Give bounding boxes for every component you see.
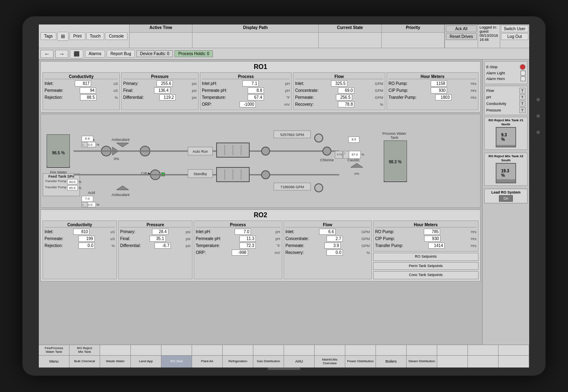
svg-marker-27 <box>116 143 129 147</box>
svg-text:%: % <box>78 180 81 184</box>
tab-fire-water[interactable]: Fire/ProcessWater Tank <box>39 345 69 355</box>
ro1-recovery-unit: % <box>380 102 383 107</box>
tab-empty-4 <box>192 345 223 355</box>
top-bar-left: Tags ⊞ Print Touch Console <box>39 24 129 48</box>
ro1-concentrate-unit: GPM <box>375 89 383 93</box>
svg-text:7186096  GPM: 7186096 GPM <box>280 185 304 189</box>
tab-land-app[interactable]: Land App <box>131 356 161 368</box>
switch-user-button[interactable]: Switch User <box>501 25 528 32</box>
ro1-orp-value: -1000 <box>239 101 256 107</box>
back-button[interactable]: ← <box>40 50 54 58</box>
svg-text:96.5 %: 96.5 % <box>52 151 65 155</box>
alarms-button[interactable]: Alarms <box>85 50 105 58</box>
tab-empty-10 <box>376 345 407 355</box>
ro1-permeate-ph-row: Permeate pH: 8.8 pH <box>202 87 290 94</box>
tab-maint-utils[interactable]: Maint/Utils Overview <box>315 356 345 368</box>
tab2-empty-1 <box>437 356 468 368</box>
console-button[interactable]: Console <box>105 32 127 40</box>
print-button[interactable]: Print <box>69 32 85 40</box>
camera-icon[interactable]: ⬛ <box>70 49 83 58</box>
calculator-icon[interactable]: ⊞ <box>57 32 69 41</box>
ro1-inlet-ph-value: 7.1 <box>242 80 259 87</box>
ro1-cip-pump-label: CIP Pump: <box>389 88 408 93</box>
svg-point-51 <box>262 171 270 179</box>
tab-gas-distribution[interactable]: Gas Distribution <box>253 356 284 368</box>
process-diagram: 96.5 % Fire Water Tank Feed Tank SPs Tra… <box>40 114 481 208</box>
user-label: guest <box>480 29 498 33</box>
svg-text:Auto Run: Auto Run <box>192 149 208 154</box>
tab2-empty-3 <box>499 356 529 368</box>
home-button[interactable] <box>268 368 300 370</box>
ro2-recovery-row: Recovery: 0.0 % <box>286 249 370 256</box>
perm-tank-setpoints-button[interactable]: Perm Tank Setpoints <box>373 262 479 270</box>
ro1-flow-permeate-value: 256.5 <box>336 94 352 100</box>
side-button-top[interactable] <box>537 98 540 101</box>
ack-all-button[interactable]: Ack All <box>446 25 476 32</box>
tab-waste-water[interactable]: Waste Water <box>100 356 131 368</box>
tab-refrigeration[interactable]: Refrigeration <box>223 356 253 368</box>
setpoints-area: RO Setpoints Perm Tank Setpoints Conc Ta… <box>373 253 479 279</box>
tab-ro-reject[interactable]: RO RejectMix Tank <box>69 345 100 355</box>
ro2-flow-permeate-row: Permeate: 3.9 GPM <box>286 243 370 249</box>
side-button-mid[interactable] <box>537 114 540 118</box>
tab-empty-8 <box>315 345 345 355</box>
main-content: RO1 Conductivity Inlet: 817 uS Permeate: <box>39 60 529 345</box>
ro-reject-tank1-pct: 9.3 % <box>501 133 511 142</box>
ro1-concentrate-value: 69.0 <box>338 87 354 94</box>
svg-text:Process Water: Process Water <box>382 131 407 136</box>
ro1-orp-unit: mV <box>284 102 290 107</box>
logout-button[interactable]: Log Out <box>501 33 528 40</box>
ro1-conductivity: Conductivity Inlet: 817 uS Permeate: 94 … <box>42 72 120 110</box>
tab-ahu[interactable]: AHU <box>284 356 315 368</box>
ro1-ro-pump-unit: Hrs <box>471 82 476 86</box>
tab-ro-skid[interactable]: RO Skid <box>161 356 192 368</box>
side-button-bot[interactable] <box>537 131 540 134</box>
tab-steam-dist[interactable]: Steam Distribution <box>407 356 437 368</box>
ro2-orp-row: ORP: -998 mV <box>196 249 280 256</box>
pressure-tag-button[interactable]: T <box>519 107 526 113</box>
lead-ro-on-button[interactable]: On <box>499 195 513 202</box>
ro2-panel: RO2 Conductivity Inlet: 810 uS Permeate: <box>40 209 481 281</box>
process-holds-badge: Process Holds: 0 <box>174 50 213 57</box>
ro1-recovery-label: Recovery: <box>295 102 313 107</box>
svg-text:5257662  GPM: 5257662 GPM <box>280 133 304 137</box>
tab-menu[interactable]: Menu <box>39 356 69 368</box>
ro2-permeate-cond-unit: uS <box>110 237 115 241</box>
ro-reject-tank2-pct: 19.3 % <box>501 169 511 178</box>
ro2-orp-label: ORP: <box>196 250 206 255</box>
tab-power-dist[interactable]: Power Distribution <box>345 356 376 368</box>
svg-text:65.5: 65.5 <box>69 186 76 190</box>
tab-boilers[interactable]: Boilers <box>376 356 407 368</box>
ro1-flow-title: Flow <box>295 74 383 79</box>
ro1-temp-label: Temperature: <box>202 95 226 100</box>
conc-tank-setpoints-button[interactable]: Conc Tank Setpoints <box>373 271 479 279</box>
conductivity-tag-button[interactable]: T <box>519 101 526 107</box>
priority-header: Priority <box>382 24 444 33</box>
ro1-permeate-cond-label: Permeate: <box>45 88 63 93</box>
tab-plant-air[interactable]: Plant Air <box>192 356 223 368</box>
ph-tag-button[interactable]: T <box>519 94 526 100</box>
ro1-process-title: Process <box>202 74 290 79</box>
svg-text:Antiscalant: Antiscalant <box>112 193 130 197</box>
svg-text:Standby: Standby <box>193 172 207 176</box>
current-state-col: Current State <box>319 24 382 48</box>
tab-bulk-chemical[interactable]: Bulk Chemical <box>69 356 100 368</box>
tablet-frame: Tags ⊞ Print Touch Console Active Time D… <box>22 16 546 376</box>
ro2-ro-pump-value: 785 <box>424 229 440 235</box>
ro2-flow-inlet-label: Inlet: <box>286 229 295 234</box>
flow-tag-button[interactable]: T <box>519 88 526 94</box>
ro2-flow-title: Flow <box>286 223 370 227</box>
reset-drives-button[interactable]: Reset Drives <box>446 33 476 40</box>
tags-button[interactable]: Tags <box>40 32 56 40</box>
ro2-right-col: Hour Meters RO Pump: 785 Hrs CIP Pump: 9… <box>373 220 479 279</box>
ro1-flow-permeate-label: Permeate: <box>295 95 314 100</box>
ro2-final-label: Final: <box>120 236 130 241</box>
ro1-differential-row: Differential: 119.2 psi <box>123 94 196 100</box>
report-bug-button[interactable]: Report Bug <box>107 50 135 58</box>
forward-button[interactable]: → <box>55 50 68 58</box>
touch-button[interactable]: Touch <box>86 32 105 40</box>
display-path-header: Display Path <box>192 24 318 33</box>
ro1-inlet-ph-row: Inlet pH: 7.1 pH <box>202 80 290 87</box>
ro-setpoints-button[interactable]: RO Setpoints <box>373 253 479 261</box>
ro1-transfer-pump-unit: Hrs <box>471 96 476 100</box>
